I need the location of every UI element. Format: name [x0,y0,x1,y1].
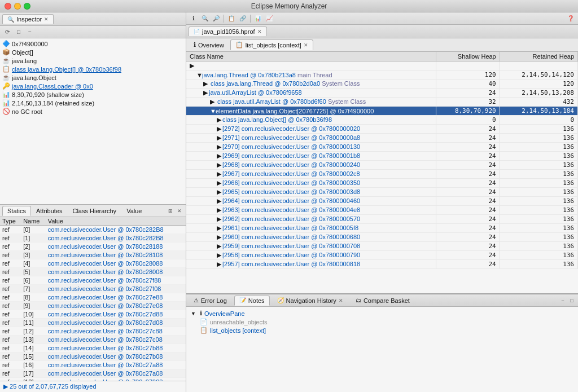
rt-info-btn[interactable]: ℹ [189,14,199,24]
expand-arrow[interactable]: ▶ [217,224,222,232]
tab-list-objects[interactable]: 📋 list_objects [context] ✕ [230,39,313,50]
attr-ctrl-1[interactable]: ⊞ [167,207,174,215]
tab-value[interactable]: Value [121,206,147,216]
inspector-row[interactable]: ref [5] com.reclusivecoder.User @ 0x780c… [0,268,186,276]
inspector-row[interactable]: ref [10] com.reclusivecoder.User @ 0x780… [0,310,186,319]
expand-arrow[interactable]: ▶ [217,116,222,124]
rt-graph-btn[interactable]: 📈 [264,14,274,24]
table-row[interactable]: ▶ [186,61,578,71]
insp-object[interactable]: ☕ java.lang.Object [0,73,186,82]
expand-arrow[interactable]: ▶ [217,243,222,250]
table-row[interactable]: ▶ class java.util.ArrayList @ 0x780bd6f6… [186,98,578,107]
inspector-row[interactable]: ref [0] com.reclusivecoder.User @ 0x780c… [0,226,186,234]
expand-arrow-overview[interactable]: ▼ [191,311,198,316]
inspector-row[interactable]: ref [4] com.reclusivecoder.User @ 0x780c… [0,259,186,268]
tab-notes[interactable]: 📝 Notes [234,296,270,306]
tb-btn-2[interactable]: □ [14,27,24,37]
expand-arrow[interactable]: ▶ [217,261,222,268]
file-tab[interactable]: 📄 java_pid1056.hprof ✕ [189,27,267,36]
expand-arrow[interactable]: ▶ [217,179,222,187]
expand-arrow[interactable]: ▶ [217,197,222,205]
inspector-table-container[interactable]: Type Name Value ref [0] com.reclusivecod… [0,217,186,381]
inspector-row[interactable]: ref [16] com.reclusivecoder.User @ 0x780… [0,361,186,369]
insp-package[interactable]: ☕ java.lang [0,56,186,65]
tab-overview[interactable]: ℹ Overview [189,39,229,50]
expand-arrow[interactable]: ▶ [217,134,222,142]
expand-arrow[interactable]: ▶ [210,98,216,105]
inspector-close-icon[interactable]: ✕ [44,16,49,22]
table-row[interactable]: ▶ [2961] com.reclusivecoder.User @ 0x780… [186,224,578,233]
insp-classloader[interactable]: 🔑 java.lang.ClassLoader @ 0x0 [0,82,186,90]
tree-list-objects[interactable]: 📋 list_objects [context] [189,326,576,334]
inspector-tab[interactable]: 🔍 Inspector ✕ [2,14,54,24]
inspector-row[interactable]: ref [13] com.reclusivecoder.User @ 0x780… [0,336,186,344]
rt-list-btn[interactable]: 📋 [226,14,237,24]
inspector-row[interactable]: ref [12] com.reclusivecoder.User @ 0x780… [0,327,186,336]
table-row[interactable]: ▶ [2967] com.reclusivecoder.User @ 0x780… [186,170,578,179]
inspector-row[interactable]: ref [3] com.reclusivecoder.User @ 0x780c… [0,251,186,259]
expand-arrow[interactable]: ▶ [217,161,222,169]
expand-arrow[interactable]: ▶ [217,170,222,178]
insp-address[interactable]: 🔷 0x7f4900000 [0,39,186,48]
table-row[interactable]: ▶ [2972] com.reclusivecoder.User @ 0x780… [186,125,578,134]
tab-error-log[interactable]: ⚠ Error Log [189,296,232,306]
expand-arrow[interactable]: ▶ [217,143,222,151]
data-table-container[interactable]: Class Name Shallow Heap Retained Heap ▶ … [186,52,578,293]
table-row[interactable]: ▶ [2959] com.reclusivecoder.User @ 0x780… [186,242,578,251]
rt-search-btn[interactable]: 🔍 [200,14,210,24]
tab-class-hierarchy[interactable]: Class Hierarchy [67,206,121,216]
inspector-row[interactable]: ref [17] com.reclusivecoder.User @ 0x780… [0,369,186,378]
expand-arrow[interactable]: ▶ [217,152,222,160]
tree-overview-pane[interactable]: ▼ ℹ OverviewPane [189,309,576,318]
tab-compare-basket[interactable]: 🗂 Compare Basket [351,296,415,306]
rt-chart-btn[interactable]: 📊 [253,14,263,24]
table-row[interactable]: ▶ [2966] com.reclusivecoder.User @ 0x780… [186,179,578,188]
table-row[interactable]: ▶ [2960] com.reclusivecoder.User @ 0x780… [186,233,578,242]
expand-arrow[interactable]: ▼ [196,72,202,78]
expand-arrow[interactable]: ▶ [217,252,222,259]
table-row[interactable]: ▶ [2964] com.reclusivecoder.User @ 0x780… [186,197,578,206]
rt-help-btn[interactable]: ❓ [566,14,576,24]
table-row[interactable]: ▶ [2962] com.reclusivecoder.User @ 0x780… [186,215,578,224]
table-row[interactable]: ▶ [2965] com.reclusivecoder.User @ 0x780… [186,188,578,197]
table-row[interactable]: ▶ class java.lang.Object[] @ 0x780b36f98… [186,116,578,125]
tab-attributes[interactable]: Attributes [31,206,67,216]
tb-btn-1[interactable]: ⟳ [2,27,12,37]
rt-link-btn[interactable]: 🔗 [238,14,248,24]
file-tab-close[interactable]: ✕ [257,29,262,34]
inspector-row[interactable]: ref [2] com.reclusivecoder.User @ 0x780c… [0,243,186,251]
rt-zoom-btn[interactable]: 🔎 [211,14,221,24]
tab-statics[interactable]: Statics [2,206,31,216]
inspector-row[interactable]: ref [15] com.reclusivecoder.User @ 0x780… [0,353,186,361]
expand-arrow[interactable]: ▶ [203,89,209,96]
inspector-row[interactable]: ref [8] com.reclusivecoder.User @ 0x780c… [0,293,186,302]
tb-btn-3[interactable]: − [25,27,35,37]
attr-ctrl-2[interactable]: ✕ [176,207,183,215]
expand-arrow[interactable]: ▶ [190,62,195,69]
insp-type[interactable]: 📦 Object[] [0,48,186,56]
expand-arrow[interactable]: ▶ [217,206,222,214]
table-row[interactable]: ▶ [2968] com.reclusivecoder.User @ 0x780… [186,161,578,170]
table-row[interactable]: ▶ [2958] com.reclusivecoder.User @ 0x780… [186,251,578,260]
expand-arrow[interactable]: ▶ [217,215,222,223]
table-row[interactable]: ▶ java.util.ArrayList @ 0x7806f9658 24 2… [186,89,578,98]
close-button[interactable] [5,3,11,10]
table-row[interactable]: ▼ elementData java.lang.Object[20767725]… [186,107,578,116]
expand-arrow[interactable]: ▶ [217,188,222,196]
table-row[interactable]: ▼ java.lang.Thread @ 0x780b213a8 main Th… [186,71,578,80]
inspector-row[interactable]: ref [11] com.reclusivecoder.User @ 0x780… [0,319,186,327]
table-row[interactable]: ▶ class java.lang.Thread @ 0x780b2d0a0 S… [186,80,578,89]
expand-arrow[interactable]: ▶ [217,125,222,133]
inspector-row[interactable]: ref [6] com.reclusivecoder.User @ 0x780c… [0,276,186,285]
table-row[interactable]: ▶ [2969] com.reclusivecoder.User @ 0x780… [186,152,578,161]
expand-arrow[interactable]: ▶ [203,80,209,87]
tab-nav-history[interactable]: 🧭 Navigation History ✕ [272,296,348,306]
table-row[interactable]: ▶ [2963] com.reclusivecoder.User @ 0x780… [186,206,578,215]
tree-unreachable[interactable]: 📄 unreachable_objects [189,318,576,326]
expand-arrow[interactable]: ▶ [217,234,222,241]
expand-arrow[interactable]: ▼ [210,108,216,114]
inspector-row[interactable]: ref [7] com.reclusivecoder.User @ 0x780c… [0,285,186,293]
table-row[interactable]: ▶ [2971] com.reclusivecoder.User @ 0x780… [186,134,578,143]
tab-list-close[interactable]: ✕ [304,42,308,48]
inspector-row[interactable]: ref [1] com.reclusivecoder.User @ 0x780c… [0,234,186,243]
